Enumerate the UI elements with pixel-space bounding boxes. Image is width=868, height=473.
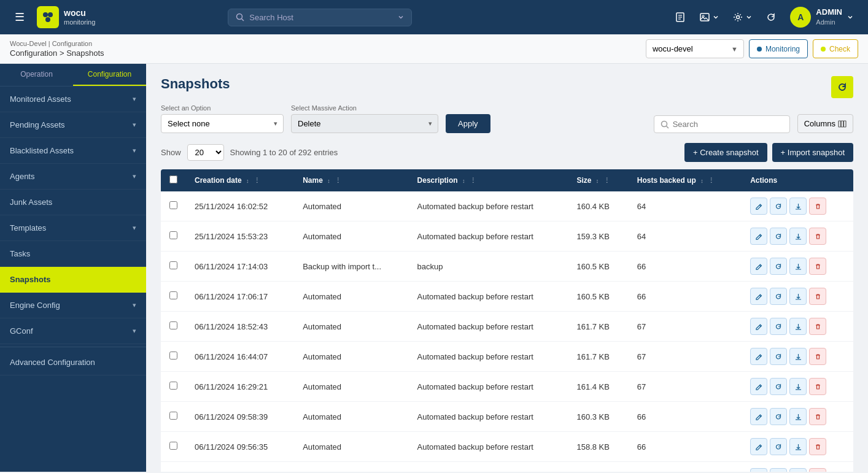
edit-button-7[interactable] — [750, 408, 767, 425]
row-name-9: Automated — [294, 462, 408, 472]
tab-configuration[interactable]: Configuration — [73, 64, 146, 86]
row-size-1: 159.3 KB — [568, 221, 628, 252]
restore-button-9[interactable] — [770, 468, 787, 472]
delete-button-1[interactable] — [809, 228, 826, 245]
delete-button-4[interactable] — [809, 318, 826, 335]
columns-button[interactable]: Columns — [797, 114, 853, 133]
snapshots-arrow-indicator: ◄ — [144, 271, 146, 290]
row-checkbox-1[interactable] — [169, 231, 177, 239]
sidebar-item-templates[interactable]: Templates ▾ — [0, 215, 146, 241]
download-button-8[interactable] — [789, 438, 807, 455]
realm-selector[interactable]: wocu-devel ▼ — [646, 39, 744, 58]
check-button[interactable]: Check — [813, 39, 858, 58]
restore-button-1[interactable] — [770, 228, 787, 245]
document-nav-button[interactable] — [670, 8, 691, 26]
sort-icon-description[interactable]: ↕ — [462, 179, 465, 184]
refresh-nav-button[interactable] — [761, 8, 781, 26]
edit-button-5[interactable] — [750, 348, 767, 365]
sidebar-item-tasks[interactable]: Tasks — [0, 241, 146, 267]
apply-button[interactable]: Apply — [446, 114, 490, 133]
download-button-9[interactable] — [789, 468, 807, 472]
row-checkbox-8[interactable] — [169, 442, 177, 450]
restore-button-8[interactable] — [770, 438, 787, 455]
row-checkbox-5[interactable] — [169, 352, 177, 360]
search-host-bar[interactable]: Search Host — [228, 9, 412, 26]
row-checkbox-0[interactable] — [169, 201, 177, 209]
sidebar-item-agents[interactable]: Agents ▾ — [0, 164, 146, 190]
edit-button-1[interactable] — [750, 228, 767, 245]
edit-button-3[interactable] — [750, 288, 767, 305]
row-checkbox-6[interactable] — [169, 382, 177, 390]
download-button-3[interactable] — [789, 288, 807, 305]
image-nav-button[interactable] — [694, 8, 724, 26]
top-navigation: ☰ wocu monitoring Search Host — [0, 0, 868, 34]
download-button-7[interactable] — [789, 408, 807, 425]
search-input[interactable] — [673, 120, 783, 129]
download-button-4[interactable] — [789, 318, 807, 335]
hamburger-button[interactable]: ☰ — [10, 8, 29, 26]
import-snapshot-button[interactable]: + Import snapshot — [772, 143, 853, 162]
restore-button-6[interactable] — [770, 378, 787, 395]
delete-button-6[interactable] — [809, 378, 826, 395]
download-button-6[interactable] — [789, 378, 807, 395]
restore-button-5[interactable] — [770, 348, 787, 365]
sort-icon-name[interactable]: ↕ — [327, 179, 330, 184]
sidebar-item-advanced-configuration[interactable]: Advanced Configuration — [0, 350, 146, 375]
select-massive-wrapper[interactable]: Delete ▾ — [291, 114, 438, 133]
row-checkbox-2[interactable] — [169, 261, 177, 269]
sidebar-item-blacklisted-assets[interactable]: Blacklisted Assets ▾ — [0, 138, 146, 164]
download-button-1[interactable] — [789, 228, 807, 245]
sort-icon-date[interactable]: ↕ — [246, 179, 249, 184]
edit-button-6[interactable] — [750, 378, 767, 395]
select-option-select[interactable]: Select none — [161, 114, 284, 133]
sidebar-item-gconf[interactable]: GConf ▾ — [0, 318, 146, 344]
download-button-5[interactable] — [789, 348, 807, 365]
settings-nav-button[interactable] — [727, 8, 757, 26]
breadcrumb-top: Wocu-Devel | Configuration — [10, 40, 104, 47]
sidebar-item-snapshots[interactable]: Snapshots — [0, 267, 146, 293]
restore-button-7[interactable] — [770, 408, 787, 425]
delete-button-9[interactable] — [809, 468, 826, 472]
download-button-2[interactable] — [789, 258, 807, 275]
show-select[interactable]: 20 50 100 — [187, 144, 224, 161]
row-checkbox-7[interactable] — [169, 412, 177, 420]
restore-button-4[interactable] — [770, 318, 787, 335]
sort-icon-size[interactable]: ↕ — [596, 179, 599, 184]
restore-button-3[interactable] — [770, 288, 787, 305]
edit-button-0[interactable] — [750, 198, 767, 215]
select-massive-select[interactable]: Delete — [291, 114, 438, 133]
delete-button-8[interactable] — [809, 438, 826, 455]
delete-button-7[interactable] — [809, 408, 826, 425]
edit-button-8[interactable] — [750, 438, 767, 455]
restore-button-0[interactable] — [770, 198, 787, 215]
edit-button-2[interactable] — [750, 258, 767, 275]
sidebar-item-monitored-assets[interactable]: Monitored Assets ▾ — [0, 87, 146, 112]
select-option-wrapper[interactable]: Select none ▾ — [161, 114, 284, 133]
restore-button-2[interactable] — [770, 258, 787, 275]
refresh-button[interactable] — [831, 76, 853, 98]
sidebar-item-engine-config[interactable]: Engine Config ▾ — [0, 293, 146, 318]
row-checkbox-cell — [161, 342, 186, 372]
user-area[interactable]: A ADMIN Admin — [785, 4, 858, 30]
sort-icon-hosts[interactable]: ↕ — [700, 179, 703, 184]
row-checkbox-4[interactable] — [169, 321, 177, 329]
delete-button-2[interactable] — [809, 258, 826, 275]
tab-operation[interactable]: Operation — [0, 64, 73, 86]
row-checkbox-3[interactable] — [169, 291, 177, 299]
row-description-8: Automated backup before restart — [409, 432, 568, 462]
edit-button-9[interactable] — [750, 468, 767, 472]
create-snapshot-button[interactable]: + Create snapshot — [684, 143, 767, 162]
columns-icon — [838, 120, 847, 128]
sidebar-item-junk-assets[interactable]: Junk Assets — [0, 190, 146, 215]
edit-button-4[interactable] — [750, 318, 767, 335]
row-size-5: 161.7 KB — [568, 342, 628, 372]
delete-button-0[interactable] — [809, 198, 826, 215]
th-creation-date: Creation date ↕ ⋮ — [186, 169, 294, 191]
delete-button-5[interactable] — [809, 348, 826, 365]
select-all-checkbox[interactable] — [169, 175, 177, 183]
row-date-1: 25/11/2024 15:53:23 — [186, 221, 294, 252]
sidebar-item-pending-assets[interactable]: Pending Assets ▾ — [0, 112, 146, 138]
monitoring-button[interactable]: Monitoring — [749, 39, 808, 58]
delete-button-3[interactable] — [809, 288, 826, 305]
download-button-0[interactable] — [789, 198, 807, 215]
